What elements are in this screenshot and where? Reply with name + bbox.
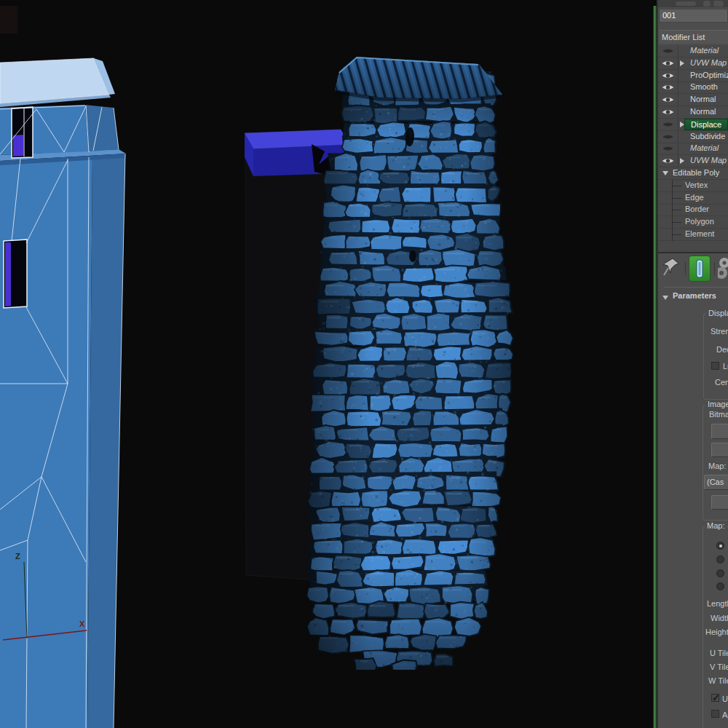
show-end-result-button[interactable] bbox=[689, 256, 711, 282]
stack-label-area: UVW Map bbox=[684, 58, 728, 69]
stack-label-area: UVW Map bbox=[684, 155, 728, 167]
stack-row-border[interactable]: Border bbox=[658, 204, 728, 216]
toolbar-separator bbox=[685, 262, 686, 275]
configure-modifier-sets-button[interactable] bbox=[718, 256, 728, 281]
modifier-visibility-toggle[interactable] bbox=[658, 45, 678, 57]
center-label: Center bbox=[715, 378, 728, 387]
subobject-name: Element bbox=[685, 229, 714, 238]
modifier-name: Material bbox=[690, 143, 719, 152]
stack-row-smooth[interactable]: Smooth bbox=[658, 82, 728, 94]
bitmap-button[interactable] bbox=[711, 424, 728, 439]
modifier-visibility-toggle[interactable] bbox=[658, 143, 678, 154]
cropped-tab-icon bbox=[703, 1, 711, 7]
modifier-visibility-toggle[interactable] bbox=[658, 119, 678, 130]
stack-label-area: Material bbox=[684, 45, 728, 57]
tree-line bbox=[672, 198, 681, 199]
stack-label-area: ProOptimizer bbox=[684, 70, 728, 82]
rollout-divider bbox=[664, 287, 728, 288]
width-label: Width: bbox=[711, 614, 728, 622]
decay-label: Decay: bbox=[716, 345, 728, 354]
lowpoly-tower-mesh[interactable] bbox=[0, 58, 126, 728]
apply-mapping-label: Apply Mapping bbox=[722, 711, 728, 719]
stack-row-polygon[interactable]: Polygon bbox=[658, 216, 728, 229]
viewport-3d[interactable]: Z X bbox=[0, 0, 655, 728]
radio-cylindrical[interactable] bbox=[716, 555, 724, 563]
stack-label-area: Normal bbox=[684, 94, 728, 106]
tree-line bbox=[672, 186, 681, 186]
remove-bitmap-button[interactable] bbox=[711, 443, 728, 457]
modifier-list-dropdown[interactable]: Modifier List bbox=[659, 30, 728, 44]
eye-closed-icon bbox=[661, 120, 675, 129]
window-upper-inner bbox=[13, 135, 23, 157]
object-name-field[interactable]: 001 bbox=[659, 9, 728, 23]
stack-row-displace[interactable]: Displace bbox=[658, 119, 728, 131]
stack-row-normal[interactable]: Normal bbox=[658, 94, 728, 106]
pin-stack-button[interactable] bbox=[661, 256, 681, 280]
eye-open-icon bbox=[661, 108, 675, 116]
stack-row-material[interactable]: Material bbox=[658, 143, 728, 155]
use-existing-mapping-label: Use Existing Mapping bbox=[722, 695, 728, 703]
base-object-name: Editable Poly bbox=[673, 168, 719, 177]
viewport-corner-shadow bbox=[0, 6, 17, 33]
rollout-collapse-icon[interactable] bbox=[662, 296, 668, 300]
modifier-visibility-toggle[interactable] bbox=[658, 155, 678, 167]
modifier-visibility-toggle[interactable] bbox=[658, 106, 678, 118]
stack-label-area: Normal bbox=[684, 106, 728, 118]
gear-icon-hole bbox=[719, 271, 724, 275]
stack-row-element[interactable]: Element bbox=[658, 229, 728, 241]
radio-spherical[interactable] bbox=[716, 569, 724, 577]
modifier-visibility-toggle[interactable] bbox=[658, 70, 678, 82]
gear-icon-hole bbox=[722, 261, 726, 264]
modifier-name: ProOptimizer bbox=[690, 71, 728, 79]
bitmap-label: Bitmap: bbox=[709, 410, 728, 419]
modifier-name: Smooth bbox=[690, 82, 718, 91]
modifier-visibility-toggle[interactable] bbox=[658, 58, 678, 69]
stack-row-edge[interactable]: Edge bbox=[658, 192, 728, 205]
stack-row-normal[interactable]: Normal bbox=[658, 106, 728, 119]
modifier-visibility-toggle[interactable] bbox=[658, 82, 678, 93]
tree-line bbox=[672, 210, 681, 210]
stack-row-material[interactable]: Material bbox=[658, 45, 728, 58]
eye-open-icon bbox=[661, 71, 675, 80]
remove-map-button[interactable] bbox=[711, 495, 728, 510]
parameters-rollout-header[interactable]: Parameters bbox=[673, 291, 716, 300]
collapse-arrow-icon[interactable] bbox=[662, 171, 668, 175]
stack-row-editable-poly[interactable]: Editable Poly bbox=[658, 167, 728, 180]
window-lower-inner bbox=[5, 242, 11, 306]
w-tile-label: W Tile: bbox=[708, 676, 728, 685]
panel-tabs-cropped bbox=[658, 0, 728, 7]
map-button[interactable]: (Cas bbox=[704, 475, 728, 490]
eye-closed-icon bbox=[661, 132, 675, 141]
stack-row-vertex[interactable]: Vertex bbox=[658, 180, 728, 192]
use-existing-mapping-checkbox[interactable] bbox=[711, 694, 719, 702]
cropped-tab-icon bbox=[713, 1, 724, 7]
highpoly-tower-mesh[interactable] bbox=[291, 44, 524, 670]
apply-mapping-checkbox[interactable] bbox=[711, 710, 719, 718]
radio-shrink-wrap[interactable] bbox=[716, 582, 724, 590]
image-group-label: Image: bbox=[705, 400, 728, 408]
stack-label-area: Displace bbox=[684, 119, 728, 130]
subobject-name: Border bbox=[685, 205, 709, 213]
stack-row-uvw-map[interactable]: UVW Map bbox=[658, 58, 728, 70]
map-group-label: Map: bbox=[705, 521, 727, 530]
eye-closed-icon bbox=[661, 144, 675, 153]
modifier-visibility-toggle[interactable] bbox=[658, 131, 678, 143]
stack-row-uvw-map[interactable]: UVW Map bbox=[658, 155, 728, 167]
luminance-center-checkbox[interactable] bbox=[711, 362, 719, 370]
subobject-name: Vertex bbox=[685, 181, 708, 189]
cropped-tab-icon bbox=[676, 1, 696, 6]
stack-label-area: Smooth bbox=[684, 82, 728, 93]
stack-row-prooptimizer[interactable]: ProOptimizer bbox=[658, 70, 728, 82]
radio-planar[interactable] bbox=[716, 542, 724, 550]
modifier-name: Normal bbox=[690, 107, 716, 116]
eye-open-icon bbox=[661, 83, 675, 92]
stack-row-subdivide[interactable]: Subdivide bbox=[658, 131, 728, 143]
modifier-name: Normal bbox=[690, 95, 716, 103]
pin-icon bbox=[663, 258, 678, 273]
test-tube-icon bbox=[689, 256, 710, 281]
eye-closed-icon bbox=[661, 47, 675, 55]
x-axis-label: X bbox=[79, 620, 85, 628]
eye-open-icon bbox=[661, 157, 675, 165]
subobject-name: Polygon bbox=[685, 217, 714, 226]
modifier-visibility-toggle[interactable] bbox=[658, 94, 678, 106]
